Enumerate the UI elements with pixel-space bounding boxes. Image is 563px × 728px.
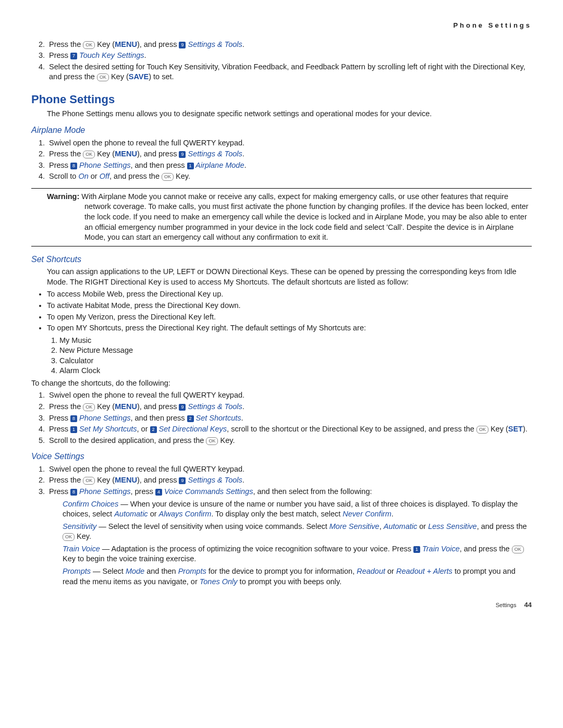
list-item: New Picture Message [59, 346, 532, 356]
ok-key-icon: OK [162, 173, 174, 181]
page-footer: Settings 44 [31, 600, 532, 610]
voice-train: Train Voice — Adaptation is the process … [63, 544, 532, 564]
airplane-step-2: Press the OK Key (MENU), and press 9 Set… [47, 149, 532, 159]
list-item: My Music [59, 336, 532, 346]
num-key-icon: 9 [179, 151, 186, 158]
shortcut-step-2: Press the OK Key (MENU), and press 9 Set… [47, 402, 532, 412]
ok-key-icon: OK [512, 546, 524, 553]
list-item: To open My Verizon, press the Directiona… [47, 312, 532, 323]
footer-page-number: 44 [524, 601, 532, 609]
voice-sensitivity: Sensitivity — Select the level of sensit… [63, 522, 532, 542]
voice-step-3: Press 8 Phone Settings, press 4 Voice Co… [47, 487, 532, 497]
ok-key-icon: OK [97, 73, 109, 81]
num-key-icon: 8 [70, 489, 77, 496]
voice-step-1: Swivel open the phone to reveal the full… [47, 464, 532, 475]
ok-key-icon: OK [83, 477, 95, 485]
footer-section: Settings [496, 602, 517, 608]
list-item: Alarm Clock [59, 366, 532, 376]
ok-key-icon: OK [206, 437, 218, 445]
phone-settings-intro: The Phone Settings menu allows you to de… [47, 109, 532, 119]
ok-key-icon: OK [83, 151, 95, 158]
num-key-icon: 1 [70, 426, 77, 433]
ok-key-icon: OK [83, 41, 95, 49]
my-shortcuts-defaults: My Music New Picture Message Calculator … [59, 336, 532, 376]
voice-confirm-choices: Confirm Choices — When your device is un… [63, 499, 532, 520]
shortcut-step-1: Swivel open the phone to reveal the full… [47, 390, 532, 401]
voice-prompts: Prompts — Select Mode and then Prompts f… [63, 566, 532, 587]
airplane-step-3: Press 8 Phone Settings, and then press 1… [47, 161, 532, 171]
ok-key-icon: OK [63, 533, 75, 541]
page-header-title: Phone Settings [31, 21, 532, 30]
touch-key-steps: Press the OK Key (MENU), and press 9 Set… [47, 40, 532, 82]
shortcuts-steps: Swivel open the phone to reveal the full… [47, 390, 532, 446]
phone-settings-heading: Phone Settings [31, 92, 532, 107]
touch-step-3: Press 7 Touch Key Settings. [47, 51, 532, 61]
num-key-icon: 9 [179, 477, 186, 484]
num-key-icon: 7 [70, 53, 77, 59]
list-item: Calculator [59, 356, 532, 366]
ok-key-icon: OK [476, 426, 488, 434]
voice-steps: Swivel open the phone to reveal the full… [47, 464, 532, 497]
set-shortcuts-heading: Set Shortcuts [31, 254, 532, 265]
num-key-icon: 1 [413, 546, 420, 553]
airplane-warning-box: Warning: With Airplane Mode you cannot m… [31, 188, 532, 246]
shortcuts-defaults-list: To access Mobile Web, press the Directio… [47, 289, 532, 376]
voice-step-2: Press the OK Key (MENU), and press 9 Set… [47, 475, 532, 486]
num-key-icon: 4 [155, 489, 162, 496]
num-key-icon: 9 [179, 404, 186, 411]
touch-step-4: Select the desired setting for Touch Key… [47, 62, 532, 82]
shortcut-step-5: Scroll to the desired application, and p… [47, 436, 532, 446]
num-key-icon: 2 [187, 415, 194, 422]
warning-label: Warning: [47, 192, 81, 201]
airplane-mode-heading: Airplane Mode [31, 125, 532, 136]
touch-step-2: Press the OK Key (MENU), and press 9 Set… [47, 40, 532, 50]
airplane-step-4: Scroll to On or Off, and press the OK Ke… [47, 171, 532, 182]
ok-key-icon: OK [83, 403, 95, 411]
airplane-steps: Swivel open the phone to reveal the full… [47, 138, 532, 182]
list-item: To open MY Shortcuts, press the Directio… [47, 323, 532, 376]
warning-text: With Airplane Mode you cannot make or re… [81, 192, 528, 241]
num-key-icon: 2 [150, 426, 157, 433]
list-item: To activate Habitat Mode, press the Dire… [47, 301, 532, 311]
shortcut-step-3: Press 8 Phone Settings, and then press 2… [47, 413, 532, 424]
shortcuts-change-intro: To change the shortcuts, do the followin… [31, 378, 532, 389]
airplane-step-1: Swivel open the phone to reveal the full… [47, 138, 532, 149]
num-key-icon: 9 [179, 42, 186, 48]
num-key-icon: 1 [187, 163, 194, 169]
voice-settings-heading: Voice Settings [31, 451, 532, 462]
shortcut-step-4: Press 1 Set My Shortcuts, or 2 Set Direc… [47, 424, 532, 435]
shortcuts-intro: You can assign applications to the UP, L… [47, 267, 532, 287]
num-key-icon: 8 [70, 163, 77, 169]
num-key-icon: 8 [70, 415, 77, 422]
list-item: To access Mobile Web, press the Directio… [47, 289, 532, 300]
